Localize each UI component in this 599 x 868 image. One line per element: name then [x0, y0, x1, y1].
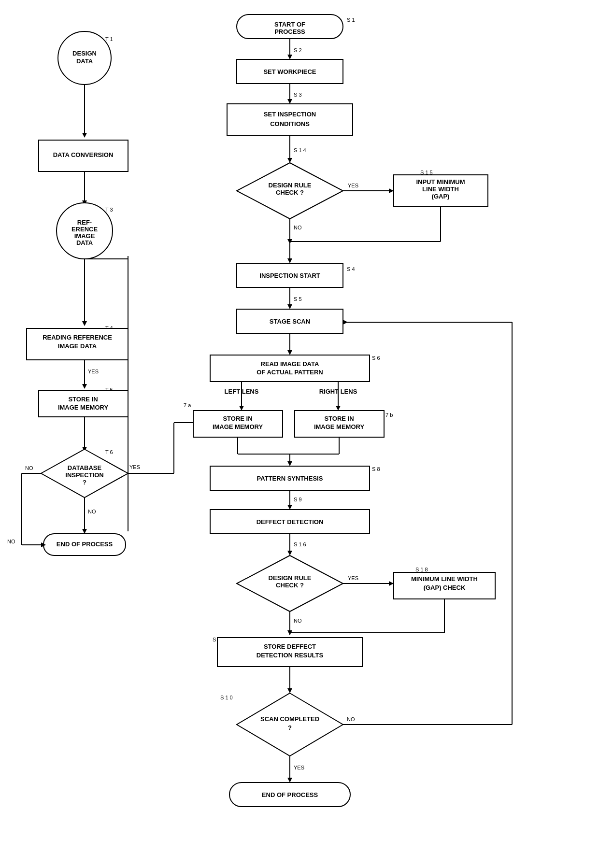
- arrow-t3-t4: [82, 321, 87, 326]
- s15-label3: (GAP): [432, 193, 450, 200]
- store-7a-label1: STORE IN: [223, 415, 252, 422]
- s16-label2: CHECK ?: [276, 582, 304, 589]
- s2-tag: S 2: [294, 47, 302, 53]
- yes-s10-label: YES: [294, 765, 304, 770]
- s6-label2: OF ACTUAL PATTERN: [257, 369, 323, 376]
- yes-t6-label: YES: [129, 464, 140, 470]
- arrow-t4-t5: [82, 384, 87, 389]
- store-7a-label2: IMAGE MEMORY: [213, 423, 263, 430]
- yes-s16-label: YES: [348, 575, 358, 581]
- s7a-tag: 7 a: [184, 402, 191, 408]
- arrow-s10-yes-end: [287, 778, 292, 783]
- s1-tag: S 1: [347, 17, 355, 23]
- s18-label1: MINIMUM LINE WIDTH: [411, 575, 478, 583]
- t3-label2: ERENCE: [71, 226, 98, 233]
- s16-tag: S 1 6: [294, 541, 306, 547]
- s7b-tag: 7 b: [385, 412, 393, 418]
- s8-label: PATTERN SYNTHESIS: [257, 475, 323, 482]
- s14-tag: S 1 4: [294, 147, 306, 153]
- s4-tag: S 4: [347, 266, 355, 272]
- s14-label1: DESIGN RULE: [269, 182, 312, 189]
- s8-tag: S 8: [372, 466, 380, 472]
- s10-label1: SCAN COMPLETED: [260, 715, 319, 723]
- no-label-t6: NO: [25, 465, 33, 471]
- t3-label1: REF-: [77, 219, 92, 226]
- left-lens-label: LEFT LENS: [225, 388, 259, 395]
- s17-label2: DETECTION RESULTS: [257, 652, 324, 659]
- flowchart-diagram: DESIGN DATA T 1 T 2 DATA CONVERSION REF-…: [0, 0, 599, 868]
- arrow-left-lens-store: [239, 406, 244, 411]
- arrow-to-s4: [287, 258, 292, 263]
- start-label2: PROCESS: [274, 28, 305, 35]
- no-s14-label: NO: [294, 225, 302, 230]
- t3-tag: T 3: [105, 207, 113, 213]
- store-7b-label1: STORE IN: [324, 415, 354, 422]
- t5-label2: IMAGE MEMORY: [58, 404, 109, 411]
- s6-label1: READ IMAGE DATA: [261, 360, 319, 368]
- s5-label: STAGE SCAN: [270, 318, 310, 325]
- arrow-right-lens-store: [336, 406, 341, 411]
- end-bottom-label: END OF PROCESS: [262, 791, 318, 798]
- s15-label1: INPUT MINIMUM: [416, 178, 465, 185]
- arrow-s9-s16: [287, 551, 292, 555]
- s5-tag: S 5: [294, 296, 302, 302]
- t2-label: DATA CONVERSION: [53, 151, 114, 158]
- t4-label1: READING REFERENCE: [43, 334, 112, 341]
- end-left-label: END OF PROCESS: [57, 541, 113, 548]
- s9-label: DEFFECT DETECTION: [257, 518, 324, 526]
- s6-tag: S 6: [372, 355, 380, 361]
- no-s10-label: NO: [347, 716, 355, 722]
- yes-s14-label: YES: [348, 183, 358, 188]
- t3-label4: DATA: [76, 239, 93, 246]
- s17-label1: STORE DEFFECT: [264, 643, 316, 650]
- s10-tag: S 1 0: [220, 695, 233, 700]
- arrow-s8-s9: [287, 505, 292, 510]
- s3-label1: SET INSPECTION: [264, 111, 316, 118]
- t6-label1: DATABASE: [68, 464, 102, 471]
- store-7b-label2: IMAGE MEMORY: [314, 423, 365, 430]
- arrow-s4-s5: [287, 304, 292, 309]
- t3-label3: IMAGE: [74, 232, 95, 240]
- start-label1: START OF: [274, 21, 305, 28]
- s3-tag: S 3: [294, 92, 302, 98]
- s18-label2: (GAP) CHECK: [424, 584, 466, 591]
- arrow-s16-yes-s18: [389, 581, 394, 586]
- t6-label2: INSPECTION: [65, 471, 103, 479]
- no-s16-label: NO: [294, 618, 302, 624]
- s3-node: [227, 104, 353, 135]
- t4-label2: IMAGE DATA: [58, 342, 97, 350]
- yes-t5-label: YES: [88, 369, 99, 374]
- arrow-s3-s14: [287, 158, 292, 163]
- no-end-label: NO: [7, 539, 15, 544]
- t1-label2: DATA: [76, 57, 93, 65]
- t1-label: DESIGN: [72, 50, 97, 57]
- arrow-t1-t2: [82, 133, 87, 138]
- arrow-s2-s3: [287, 99, 292, 104]
- no-t6-label: NO: [88, 509, 96, 514]
- t6-tag: T 6: [105, 449, 113, 455]
- arrow-s14-yes-s15: [389, 188, 394, 193]
- s4-label: INSPECTION START: [259, 272, 320, 279]
- s15-label2: LINE WIDTH: [422, 185, 459, 193]
- s9-tag: S 9: [294, 497, 302, 502]
- s14-label2: CHECK ?: [276, 189, 304, 196]
- arrow-start-s2: [287, 55, 292, 59]
- arrow-stores-s8: [287, 461, 292, 466]
- arrow-s17-s10: [287, 688, 292, 693]
- t6-label3: ?: [83, 479, 86, 486]
- s10-label2: ?: [288, 724, 292, 731]
- t5-label1: STORE IN: [68, 396, 98, 403]
- arrow-s5-s6: [287, 350, 292, 355]
- s16-label1: DESIGN RULE: [269, 574, 312, 582]
- right-lens-label: RIGHT LENS: [319, 388, 357, 395]
- t1-tag: T 1: [105, 36, 113, 42]
- s2-label: SET WORKPIECE: [263, 68, 316, 75]
- s3-label2: CONDITIONS: [270, 120, 310, 128]
- s18-tag: S 1 8: [415, 567, 428, 572]
- arrow-t6-no-end: [82, 529, 87, 534]
- arrow-s10-no-s5: [343, 320, 348, 325]
